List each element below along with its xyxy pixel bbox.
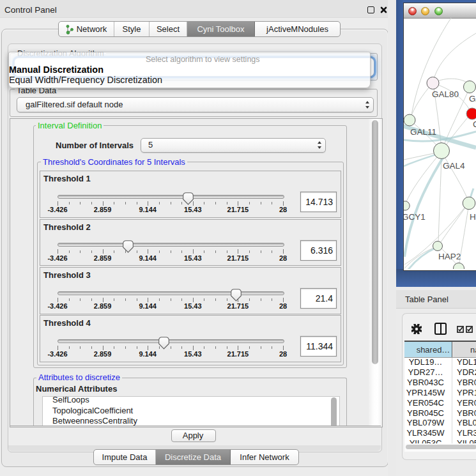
svg-text:GAL4: GAL4 bbox=[443, 161, 465, 171]
svg-text:CY: CY bbox=[473, 119, 476, 129]
svg-text:HI: HI bbox=[470, 212, 476, 222]
svg-text:GA: GA bbox=[469, 94, 476, 104]
svg-text:GCY1: GCY1 bbox=[404, 212, 426, 222]
svg-text:GAL11: GAL11 bbox=[410, 127, 436, 137]
svg-text:GAL80: GAL80 bbox=[432, 89, 459, 99]
svg-text:HAP2: HAP2 bbox=[438, 252, 461, 261]
